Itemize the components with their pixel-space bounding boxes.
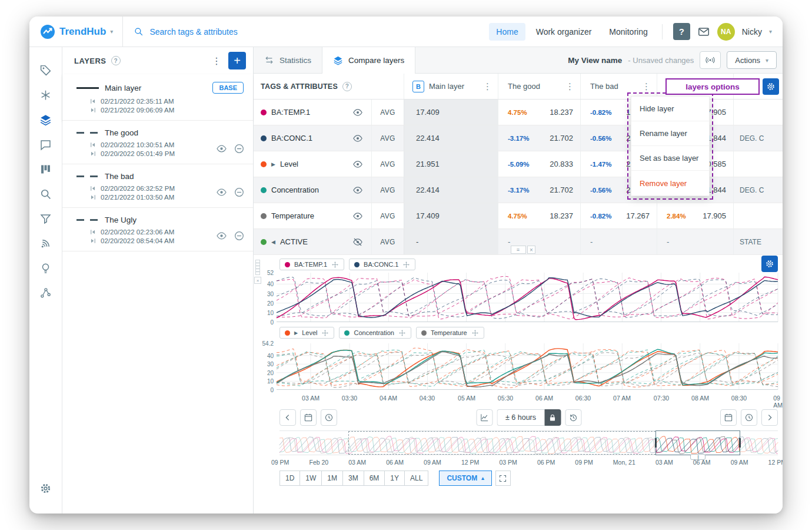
- menu-item-remove-layer[interactable]: Remove layer: [631, 171, 709, 196]
- rail-search-button[interactable]: [34, 181, 58, 206]
- layer-remove-minus-icon[interactable]: [234, 230, 245, 241]
- end-time-button[interactable]: [741, 409, 757, 426]
- layer-remove-minus-icon[interactable]: [234, 187, 245, 198]
- legend-chip-ba-conc-1[interactable]: BA:CONC.1: [349, 259, 415, 270]
- tag-name-cell[interactable]: ◀ ACTIVE: [254, 229, 371, 254]
- menu-item-rename-layer[interactable]: Rename layer: [631, 121, 709, 146]
- range-1y-button[interactable]: 1Y: [384, 471, 405, 486]
- scroll-right-button[interactable]: [761, 409, 778, 426]
- column-menu-icon[interactable]: ⋮: [642, 81, 657, 92]
- layers-menu-button[interactable]: ⋮: [208, 53, 222, 68]
- end-date-button[interactable]: [720, 409, 737, 426]
- rail-settings-button[interactable]: [34, 476, 58, 501]
- avatar[interactable]: NA: [717, 23, 735, 41]
- visibility-eye-icon[interactable]: [352, 185, 371, 196]
- overview-selection-grip[interactable]: ∥: [690, 454, 705, 460]
- broadcast-button[interactable]: [700, 51, 721, 69]
- move-icon[interactable]: [402, 261, 410, 269]
- global-search[interactable]: Search tags & attributes: [122, 16, 489, 47]
- aggregation-select[interactable]: AVG: [371, 100, 404, 125]
- range-custom-button[interactable]: CUSTOM▴: [439, 471, 491, 486]
- layer-item-the-good[interactable]: The good 02/20/2022 10:30:51 AM 02/20/20…: [62, 121, 253, 164]
- layer-item-the-ugly[interactable]: The Ugly 02/20/2022 02:23:06 AM 02/20/20…: [62, 208, 253, 251]
- move-icon[interactable]: [471, 329, 479, 337]
- column-menu-icon[interactable]: ⋮: [483, 81, 498, 92]
- history-button[interactable]: [565, 409, 581, 426]
- aggregation-select[interactable]: AVG: [371, 151, 404, 177]
- range-1w-button[interactable]: 1W: [299, 471, 322, 486]
- legend-chip-level[interactable]: ▶ Level: [279, 327, 334, 339]
- table-settings-button[interactable]: [763, 78, 779, 95]
- tag-name-cell[interactable]: BA:TEMP.1: [254, 100, 371, 125]
- legend-chip-temperature[interactable]: Temperature: [416, 327, 484, 339]
- rail-layers-button[interactable]: [34, 107, 58, 132]
- aggregation-select[interactable]: AVG: [371, 203, 404, 228]
- range-1d-button[interactable]: 1D: [279, 471, 300, 486]
- range-1m-button[interactable]: 1M: [321, 471, 343, 486]
- timespan-label[interactable]: ± 6 hours: [497, 409, 544, 426]
- overview-timeline[interactable]: ∥: [279, 430, 778, 455]
- app-logo[interactable]: TrendHub ▾: [29, 24, 122, 39]
- rail-comment-button[interactable]: [34, 132, 58, 157]
- tab-statistics[interactable]: Statistics: [254, 47, 322, 73]
- tag-name-cell[interactable]: BA:CONC.1: [254, 125, 371, 151]
- side-scroll-widget[interactable]: ×: [254, 260, 261, 284]
- vertical-grip[interactable]: [255, 260, 260, 275]
- move-icon[interactable]: [321, 329, 329, 337]
- divider-grip-icon[interactable]: ≡: [511, 246, 526, 254]
- legend-chip-ba-temp-1[interactable]: BA:TEMP.1: [279, 259, 344, 270]
- help-circle-icon[interactable]: ?: [111, 56, 121, 65]
- range-6m-button[interactable]: 6M: [364, 471, 385, 486]
- bottom-trend-chart[interactable]: [277, 343, 778, 390]
- actions-button[interactable]: Actions▾: [727, 51, 777, 69]
- layer-item-the-bad[interactable]: The bad 02/20/2022 06:32:52 PM 02/21/202…: [62, 164, 253, 208]
- move-icon[interactable]: [398, 329, 406, 337]
- legend-chip-concentration[interactable]: Concentration: [339, 327, 411, 339]
- move-icon[interactable]: [331, 261, 339, 269]
- rail-filter-button[interactable]: [34, 206, 58, 231]
- layer-visibility-eye-icon[interactable]: [216, 187, 227, 198]
- collapse-icon[interactable]: ◀: [271, 239, 275, 245]
- visibility-eye-icon[interactable]: [352, 159, 371, 170]
- chart-settings-button[interactable]: [761, 256, 778, 272]
- panel-divider-widget[interactable]: ≡ ×: [511, 246, 535, 254]
- nav-monitoring[interactable]: Monitoring: [602, 23, 654, 41]
- user-menu-caret-icon[interactable]: ▾: [769, 28, 772, 35]
- aggregation-select[interactable]: AVG: [371, 125, 404, 151]
- menu-item-set-as-base-layer[interactable]: Set as base layer: [631, 146, 709, 171]
- rail-tag-button[interactable]: [34, 58, 58, 82]
- help-button[interactable]: ?: [673, 23, 690, 40]
- inbox-button[interactable]: [697, 25, 710, 38]
- layer-visibility-eye-icon[interactable]: [216, 230, 227, 241]
- tag-name-cell[interactable]: ▶ Level: [254, 151, 371, 177]
- layer-visibility-eye-icon[interactable]: [216, 143, 227, 154]
- rail-bulb-button[interactable]: [34, 256, 58, 280]
- tag-name-cell[interactable]: Temperature: [254, 203, 371, 228]
- nav-work-organizer[interactable]: Work organizer: [529, 23, 599, 41]
- tag-name-cell[interactable]: Concentration: [254, 177, 371, 203]
- add-layer-button[interactable]: +: [228, 52, 246, 69]
- aggregation-select[interactable]: AVG: [371, 229, 404, 254]
- rail-signal-button[interactable]: [34, 231, 58, 256]
- visibility-eye-icon[interactable]: [352, 211, 371, 221]
- logo-caret-icon[interactable]: ▾: [110, 28, 113, 35]
- rail-graph-button[interactable]: [34, 280, 58, 305]
- fullscreen-button[interactable]: [495, 471, 511, 486]
- close-icon[interactable]: ×: [527, 246, 535, 254]
- layer-remove-minus-icon[interactable]: [234, 143, 245, 154]
- top-trend-chart[interactable]: [277, 273, 778, 322]
- expand-icon[interactable]: ▶: [271, 161, 275, 167]
- visibility-eye-off-icon[interactable]: [352, 237, 371, 247]
- range-3m-button[interactable]: 3M: [342, 471, 364, 486]
- scroll-left-button[interactable]: [279, 409, 296, 426]
- lock-timespan-button[interactable]: [544, 409, 561, 426]
- rail-context-button[interactable]: [34, 82, 58, 107]
- aggregation-select[interactable]: AVG: [371, 177, 404, 203]
- trend-tool-button[interactable]: [476, 409, 492, 426]
- rail-columns-button[interactable]: [34, 157, 58, 181]
- nav-home[interactable]: Home: [489, 23, 525, 41]
- layer-item-main-layer[interactable]: Main layer BASE 02/21/2022 02:35:11 AM 0…: [62, 74, 253, 121]
- visibility-eye-icon[interactable]: [352, 107, 371, 118]
- expand-icon[interactable]: ▶: [294, 330, 298, 336]
- help-circle-icon[interactable]: ?: [342, 82, 352, 91]
